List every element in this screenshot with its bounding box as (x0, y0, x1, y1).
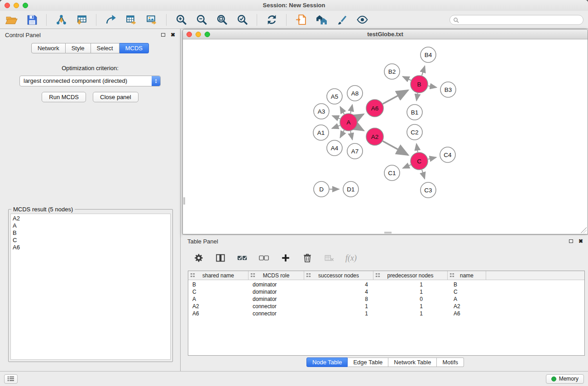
mcds-result-item[interactable]: A2 (13, 215, 168, 222)
node-C2[interactable]: C2 (407, 124, 422, 140)
unselect-all-icon[interactable] (258, 253, 269, 263)
edge-A2-C[interactable] (383, 141, 408, 155)
horizontal-scroll-thumb[interactable] (384, 232, 392, 234)
apply-style-brush-icon[interactable] (335, 13, 349, 27)
zoom-in-icon[interactable] (174, 13, 188, 27)
node-B4[interactable]: B4 (421, 47, 436, 62)
import-table-icon[interactable] (75, 13, 88, 27)
node-A3[interactable]: A3 (314, 104, 329, 119)
delete-table-icon[interactable] (324, 253, 335, 263)
import-network-icon[interactable] (54, 13, 68, 27)
delete-row-trash-icon[interactable] (302, 253, 313, 263)
node-C[interactable]: C (411, 152, 428, 170)
edge-A-A3[interactable] (332, 116, 340, 119)
table-row[interactable]: Cdominator41C (188, 288, 584, 295)
refresh-icon[interactable] (265, 13, 278, 27)
edge-C-C3[interactable] (422, 170, 425, 179)
node-A6[interactable]: A6 (366, 100, 383, 117)
export-network-icon[interactable] (104, 13, 118, 27)
node-A1[interactable]: A1 (313, 125, 329, 140)
control-panel-tab-network[interactable]: Network (31, 43, 66, 53)
zoom-fit-icon[interactable] (215, 13, 229, 27)
table-row[interactable]: Adominator80A (188, 295, 584, 303)
edge-A-A8[interactable] (350, 105, 352, 113)
node-A2[interactable]: A2 (366, 128, 383, 145)
show-panels-button[interactable] (4, 374, 18, 384)
node-C1[interactable]: C1 (384, 165, 400, 181)
table-tab-edge-table[interactable]: Edge Table (348, 357, 388, 367)
zoom-selected-icon[interactable] (235, 13, 249, 27)
mcds-result-item[interactable]: A (13, 222, 168, 229)
edge-A-A5[interactable] (340, 107, 344, 114)
memory-button[interactable]: Memory (546, 374, 584, 384)
show-hide-eye-icon[interactable] (355, 13, 369, 27)
node-B2[interactable]: B2 (384, 64, 400, 79)
table-settings-gear-icon[interactable] (193, 253, 204, 263)
export-table-icon[interactable] (124, 13, 138, 27)
mcds-result-item[interactable]: B (13, 229, 168, 237)
edge-C-C2[interactable] (416, 144, 418, 152)
close-panel-button[interactable]: Close panel (93, 92, 139, 102)
run-mcds-button[interactable]: Run MCDS (42, 92, 86, 102)
edge-A-A6[interactable] (357, 114, 364, 118)
node-A7[interactable]: A7 (347, 143, 363, 159)
search-input[interactable] (449, 15, 583, 25)
float-panel-icon[interactable] (161, 33, 165, 37)
mcds-result-item[interactable]: A6 (13, 244, 168, 251)
node-B1[interactable]: B1 (407, 105, 422, 120)
edge-A-A4[interactable] (340, 130, 344, 138)
close-table-panel-icon[interactable]: ✖ (578, 238, 583, 244)
table-row[interactable]: A6connector11A6 (188, 310, 584, 317)
node-C3[interactable]: C3 (421, 182, 436, 198)
table-tab-node-table[interactable]: Node Table (306, 357, 348, 367)
close-panel-icon[interactable]: ✖ (171, 32, 175, 38)
node-D1[interactable]: D1 (343, 181, 359, 197)
add-row-icon[interactable] (280, 253, 291, 263)
table-column-header[interactable]: successor nodes (304, 271, 373, 280)
edge-A-A7[interactable] (350, 131, 352, 140)
first-neighbors-icon[interactable] (315, 13, 328, 27)
node-A5[interactable]: A5 (327, 89, 342, 104)
control-panel-tab-mcds[interactable]: MCDS (120, 43, 149, 53)
network-canvas[interactable]: B4B2BB3A8A5A6A3B1AC2A1A2A4A7C4CC1C3DD1 (183, 40, 587, 234)
node-A4[interactable]: A4 (327, 140, 342, 156)
mcds-result-item[interactable]: C (13, 237, 168, 244)
export-image-icon[interactable] (145, 13, 158, 27)
edge-B-B4[interactable] (422, 66, 425, 76)
node-A8[interactable]: A8 (347, 86, 363, 101)
node-B[interactable]: B (411, 76, 428, 93)
node-C4[interactable]: C4 (440, 147, 455, 162)
table-tab-motifs[interactable]: Motifs (437, 357, 464, 367)
edge-A-A1[interactable] (332, 125, 340, 129)
edge-B-B3[interactable] (428, 86, 437, 88)
save-session-icon[interactable] (25, 13, 38, 27)
show-column-icon[interactable] (215, 253, 226, 263)
edge-C-C1[interactable] (403, 165, 411, 168)
edge-C-C4[interactable] (428, 157, 436, 159)
table-column-header[interactable]: predecessor nodes (373, 271, 448, 280)
mcds-result-list[interactable]: A2ABCA6 (10, 214, 171, 360)
table-column-header[interactable]: MCDS role (249, 271, 304, 280)
control-panel-tab-style[interactable]: Style (66, 43, 91, 53)
resize-grip[interactable] (581, 227, 587, 233)
table-row[interactable]: Bdominator41B (188, 281, 584, 288)
node-B3[interactable]: B3 (440, 82, 456, 97)
optimization-criterion-dropdown[interactable]: largest connected component (directed) ▲… (19, 76, 161, 86)
zoom-out-icon[interactable] (195, 13, 208, 27)
network-close-button[interactable] (186, 32, 192, 37)
node-D[interactable]: D (314, 181, 329, 197)
network-canvas-svg[interactable]: B4B2BB3A8A5A6A3B1AC2A1A2A4A7C4CC1C3DD1 (183, 40, 588, 234)
edge-B-B2[interactable] (403, 76, 411, 81)
edge-A6-B[interactable] (383, 90, 408, 104)
table-tab-network-table[interactable]: Network Table (388, 357, 437, 367)
table-column-header[interactable]: name (448, 271, 486, 280)
network-minimize-button[interactable] (196, 32, 201, 37)
table-column-header[interactable]: shared name (188, 271, 249, 280)
control-panel-tab-select[interactable]: Select (91, 43, 120, 53)
table-row[interactable]: A2connector11A2 (188, 303, 584, 310)
edge-B-B1[interactable] (416, 93, 418, 101)
select-all-icon[interactable] (237, 253, 248, 263)
node-A[interactable]: A (340, 114, 357, 131)
edge-A-A2[interactable] (357, 127, 364, 131)
open-file-icon[interactable] (5, 13, 18, 27)
